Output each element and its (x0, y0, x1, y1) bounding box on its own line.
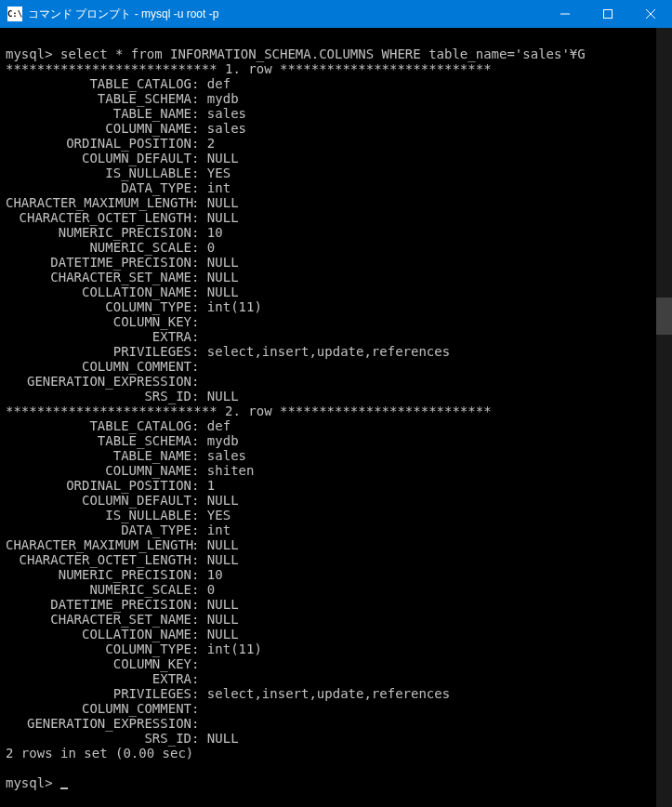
window-controls (544, 0, 672, 28)
field-line: COLUMN_COMMENT: (6, 359, 207, 374)
field-line: COLUMN_NAME: sales (6, 121, 246, 136)
field-line: CHARACTER_MAXIMUM_LENGTH: NULL (6, 537, 239, 552)
field-line: DATETIME_PRECISION: NULL (6, 597, 239, 612)
field-line: GENERATION_EXPRESSION: (6, 716, 207, 731)
field-line: COLUMN_TYPE: int(11) (6, 642, 262, 656)
cmd-icon: C:\ (7, 7, 22, 21)
field-line: SRS_ID: NULL (6, 731, 239, 746)
field-line: NUMERIC_SCALE: 0 (6, 240, 215, 255)
minimize-button[interactable] (544, 0, 586, 28)
field-line: COLLATION_NAME: NULL (6, 284, 239, 299)
field-line: DATA_TYPE: int (6, 180, 231, 195)
field-line: ORDINAL_POSITION: 2 (6, 136, 215, 151)
field-line: COLUMN_DEFAULT: NULL (6, 493, 239, 508)
field-line: COLUMN_KEY: (6, 656, 207, 671)
field-line: TABLE_NAME: sales (6, 448, 246, 463)
field-line: EXTRA: (6, 329, 207, 344)
field-line: TABLE_SCHEMA: mydb (6, 91, 239, 106)
cursor (60, 787, 68, 789)
field-line: GENERATION_EXPRESSION: (6, 374, 207, 389)
field-line: CHARACTER_SET_NAME: NULL (6, 612, 239, 627)
field-line: PRIVILEGES: select,insert,update,referen… (6, 344, 450, 359)
field-line: CHARACTER_SET_NAME: NULL (6, 270, 239, 284)
field-line: DATA_TYPE: int (6, 523, 231, 537)
field-line: TABLE_CATALOG: def (6, 418, 231, 433)
field-line: COLUMN_NAME: shiten (6, 463, 254, 478)
terminal-output[interactable]: mysql> select * from INFORMATION_SCHEMA.… (0, 28, 672, 807)
field-line: CHARACTER_OCTET_LENGTH: NULL (6, 210, 239, 225)
svg-rect-1 (604, 10, 613, 19)
close-button[interactable] (629, 0, 672, 28)
field-line: COLUMN_KEY: (6, 314, 207, 329)
field-line: TABLE_SCHEMA: mydb (6, 433, 239, 448)
row-separator-2: *************************** 2. row *****… (6, 404, 666, 418)
titlebar[interactable]: C:\ コマンド プロンプト - mysql -u root -p (0, 0, 672, 28)
field-line: COLLATION_NAME: NULL (6, 627, 239, 642)
field-line: COLUMN_TYPE: int(11) (6, 299, 262, 314)
command-prompt-window: C:\ コマンド プロンプト - mysql -u root -p mysql>… (0, 0, 672, 807)
field-line: SRS_ID: NULL (6, 389, 239, 404)
field-line: TABLE_CATALOG: def (6, 76, 231, 91)
field-line: IS_NULLABLE: YES (6, 165, 231, 180)
field-line: ORDINAL_POSITION: 1 (6, 478, 215, 493)
sql-query-line: mysql> select * from INFORMATION_SCHEMA.… (6, 46, 586, 61)
field-line: PRIVILEGES: select,insert,update,referen… (6, 686, 450, 701)
row-separator-1: *************************** 1. row *****… (6, 61, 666, 76)
field-line: CHARACTER_MAXIMUM_LENGTH: NULL (6, 195, 239, 210)
titlebar-left: C:\ コマンド プロンプト - mysql -u root -p (7, 7, 218, 22)
field-line: COLUMN_DEFAULT: NULL (6, 151, 239, 165)
field-line: NUMERIC_PRECISION: 10 (6, 567, 223, 582)
field-line: NUMERIC_PRECISION: 10 (6, 225, 223, 240)
field-line: EXTRA: (6, 671, 207, 686)
window-title: コマンド プロンプト - mysql -u root -p (28, 7, 218, 22)
field-line: NUMERIC_SCALE: 0 (6, 582, 215, 597)
vertical-scrollbar[interactable] (656, 28, 672, 807)
field-line: IS_NULLABLE: YES (6, 508, 231, 523)
field-line: COLUMN_COMMENT: (6, 701, 207, 716)
scroll-thumb[interactable] (656, 298, 672, 335)
maximize-button[interactable] (586, 0, 629, 28)
mysql-prompt: mysql> (6, 775, 60, 790)
field-line: DATETIME_PRECISION: NULL (6, 255, 239, 270)
field-line: TABLE_NAME: sales (6, 106, 246, 121)
result-footer: 2 rows in set (0.00 sec) (6, 746, 193, 761)
field-line: CHARACTER_OCTET_LENGTH: NULL (6, 552, 239, 567)
